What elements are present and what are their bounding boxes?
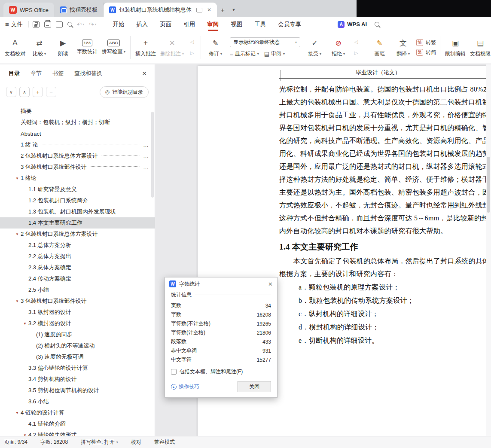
next-item-button[interactable]: ▷ [351, 49, 361, 57]
ribbon-button-审阅[interactable]: ▤审阅▾ [264, 50, 285, 58]
redo-button[interactable]: ↷▾ [89, 21, 96, 28]
sidebar-tab-目录[interactable]: 目录 [9, 70, 20, 77]
undo-button[interactable]: ↶▾ [77, 21, 84, 28]
collapse-triangle-icon[interactable]: ▼ [14, 232, 21, 236]
ribbon-button-翻译[interactable]: 文翻译▾ [391, 36, 415, 59]
ribbon-button-转繁[interactable]: 简转繁 [416, 39, 436, 46]
ribbon-button-接受[interactable]: ✓接受▾ [303, 36, 326, 59]
toc-item[interactable]: 2.3 总体方案确定 [0, 262, 155, 273]
toc-item[interactable]: 3.5 剪切相位调节机构的设计 [0, 385, 155, 396]
toc-item[interactable]: 4.1 链轮的介绍 [0, 418, 155, 430]
toc-item[interactable]: 关键词：包装机；纵封；横封；切断 [0, 117, 155, 128]
preview-icon[interactable] [67, 22, 72, 27]
menu-tab-1[interactable]: 开始 [107, 17, 130, 31]
collapse-triangle-icon[interactable]: ▼ [14, 299, 21, 303]
ribbon-button-显示标记[interactable]: ≡显示标记▾ [230, 50, 259, 58]
file-menu[interactable]: 文件 [11, 21, 23, 28]
toc-item[interactable]: 1.2 包装机封口系统简介 [0, 195, 155, 206]
collapse-triangle-icon[interactable]: ▼ [14, 411, 21, 415]
toc-item[interactable]: (3) 速度的无极可调 [0, 351, 155, 363]
toc-item[interactable]: ▼3 包装机封口系统部件设计 [0, 296, 155, 307]
toc-item[interactable]: 3.4 剪切机构的设计 [0, 374, 155, 385]
status-item-4[interactable]: 校对 [131, 439, 141, 446]
toc-item[interactable]: 2.5 小结 [0, 284, 155, 296]
toc-item[interactable]: 1 绪 论… [0, 139, 155, 150]
hamburger-icon[interactable]: ≡ [5, 21, 9, 28]
collapse-triangle-icon[interactable]: ▼ [14, 177, 21, 180]
smart-toc-button[interactable]: ◎ 智能识别目录 [100, 86, 149, 98]
toc-item[interactable]: 3 包装机封口系统部件设计… [0, 162, 155, 173]
checkbox-icon[interactable] [171, 369, 177, 375]
ribbon-button-文档权限[interactable]: ▤文档权限 [468, 36, 491, 59]
next-item-button[interactable]: ▷ [187, 49, 197, 57]
collapse-all-button[interactable]: ∨ [6, 87, 16, 97]
expand-all-button[interactable]: ∧ [19, 87, 30, 97]
tab-close-icon[interactable]: ✕ [207, 7, 211, 13]
ribbon-button-文档校对[interactable]: A文档校对 [3, 36, 27, 59]
menu-tab-4[interactable]: 引用 [177, 17, 201, 31]
document-body[interactable]: 光标控制，并配有防静电装置。德国的包装封口机出口比例占 80%左右上最大的包装机… [279, 83, 491, 347]
toc-item[interactable]: ▼2 包装机封口系统总体方案设计 [0, 229, 155, 240]
toc-item[interactable]: 3.1 纵封器的设计 [0, 307, 155, 318]
export-icon[interactable] [56, 21, 63, 27]
search-button[interactable] [375, 22, 379, 27]
previous-item-button[interactable]: ◁ [351, 38, 361, 46]
toc-item[interactable]: 3.6 小结 [0, 396, 155, 407]
ribbon-button-字数统计[interactable]: 123字数统计 [75, 38, 100, 57]
toc-item[interactable]: (1) 速度的同步 [0, 329, 155, 340]
status-item-3[interactable]: 拼写检查: 打开▾ [81, 439, 118, 446]
toc-item[interactable]: 摘要 [0, 106, 155, 117]
ribbon-button-比较[interactable]: ⇄比较▾ [27, 36, 51, 59]
tab-wps-office[interactable]: W WPS Office [3, 3, 54, 17]
menu-tab-7[interactable]: 工具 [248, 17, 272, 31]
sidebar-scrollbar[interactable] [151, 112, 154, 198]
menu-tab-3[interactable]: 页面 [154, 17, 177, 31]
ribbon-button-转简[interactable]: 繁转简 [416, 49, 436, 56]
menu-tab-2[interactable]: 插入 [130, 17, 154, 31]
new-tab-button[interactable]: ＋ [217, 4, 228, 16]
toc-item[interactable]: ▼4 链轮的设计计算 [0, 407, 155, 418]
status-item-2[interactable]: 字数: 16208 [40, 439, 68, 446]
ribbon-button-修订[interactable]: ✎修订▾ [204, 36, 227, 59]
zoom-in-button[interactable]: + [33, 87, 43, 97]
close-button[interactable]: 关闭 [238, 381, 271, 392]
vertical-scrollbar[interactable] [486, 64, 491, 436]
tips-link[interactable]: ▶ 操作技巧 [171, 383, 199, 390]
toc-item[interactable]: ▼1 绪论 [0, 173, 155, 184]
toc-item[interactable]: 1.3 包装机、封口机国内外发展现状 [0, 206, 155, 217]
toc-item[interactable]: ▼3.2 横封器的设计 [0, 318, 155, 329]
toc-item[interactable]: 1.1 研究背景及意义 [0, 184, 155, 195]
toc-item[interactable]: 1.4 本文主要研究工作 [0, 217, 155, 229]
menu-tab-8[interactable]: 会员专享 [272, 17, 307, 31]
status-item-5[interactable]: 兼容模式 [154, 439, 175, 446]
sidebar-tab-章节[interactable]: 章节 [30, 70, 42, 77]
sidebar-tab-书签[interactable]: 书签 [52, 70, 64, 77]
wps-ai-label[interactable]: WPS AI [347, 21, 367, 27]
close-panel-icon[interactable]: ✕ [142, 70, 147, 77]
toc-item[interactable]: ▼4.2 链轮的失效形式 [0, 430, 155, 436]
include-textbox-checkbox[interactable]: 包括文本框、脚注和尾注(F) [171, 368, 271, 375]
scrollbar-thumb[interactable] [487, 157, 490, 213]
collapse-triangle-icon[interactable]: ▼ [21, 322, 28, 326]
save-icon[interactable] [33, 21, 40, 27]
ribbon-button-插入批注[interactable]: +插入批注 [133, 36, 158, 59]
toc-item[interactable]: 2 包装机封口系统总体方案设计… [0, 150, 155, 162]
print-icon[interactable] [44, 21, 51, 27]
toc-item[interactable]: 2.1 总体方案分析 [0, 240, 155, 251]
dialog-close-icon[interactable]: ✕ [268, 281, 273, 287]
menu-tab-5[interactable]: 审阅 [201, 17, 225, 31]
ribbon-button-拒绝[interactable]: ⊘拒绝▾ [326, 36, 350, 59]
ribbon-button-限制编辑[interactable]: ▣限制编辑 [443, 36, 468, 59]
tab-docer-template[interactable]: 找稻壳模板 [54, 3, 104, 17]
toc-item[interactable]: (2) 横封头的不等速运动 [0, 340, 155, 351]
tab-current-document[interactable]: W 包装机封口系统机械结构总体 ✕ [104, 3, 217, 17]
toc-item[interactable]: Abstract [0, 128, 155, 139]
status-item-1[interactable]: 页面: 9/34 [4, 439, 27, 446]
toc-item[interactable]: 2.2 总体方案提出 [0, 251, 155, 262]
ribbon-button-画笔[interactable]: ✎画笔 [368, 36, 391, 59]
menu-tab-6[interactable]: 视图 [225, 17, 248, 31]
ribbon-button-拼写检查[interactable]: ABC拼写检查▾ [100, 38, 128, 57]
toc-item[interactable]: 2.4 传动方案确定 [0, 273, 155, 284]
previous-item-button[interactable]: ◁ [187, 38, 197, 46]
ribbon-button-朗读[interactable]: ▶朗读 [51, 36, 75, 59]
